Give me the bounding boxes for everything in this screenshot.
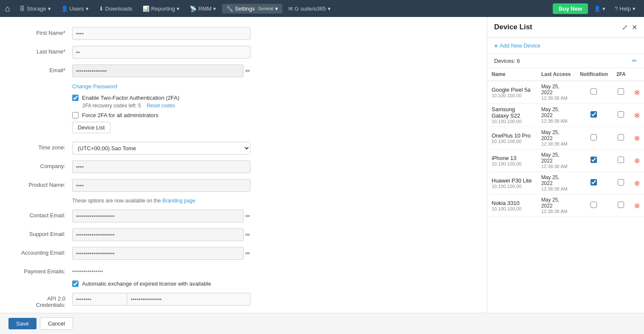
device-list-panel: Device List ⤢ ✕ + Add New Device Devices…	[487, 17, 644, 334]
add-new-device-link[interactable]: + Add New Device	[494, 42, 540, 49]
device-time: 12:38:38 AM	[541, 95, 571, 101]
device-date: May 25, 2022	[541, 107, 571, 118]
remove-device-button[interactable]: ⊗	[634, 157, 640, 164]
last-name-input[interactable]	[72, 46, 250, 59]
notification-checkbox[interactable]	[591, 202, 597, 208]
email-input[interactable]	[72, 65, 244, 77]
chevron-down-icon: ▾	[633, 6, 636, 12]
device-ip: 10.100.100.00	[492, 139, 533, 144]
nav-gsuite[interactable]: ✉ G suite/o365 ▾	[284, 4, 335, 14]
auto-exchange-label[interactable]: Automatic exchange of expired license wi…	[72, 281, 470, 287]
auto-exchange-row: Automatic exchange of expired license wi…	[72, 281, 470, 287]
device-access-cell: May 25, 2022 12:38:38 AM	[537, 104, 576, 127]
twofa-checkbox[interactable]	[618, 134, 624, 140]
accounting-email-label: Accounting Email:	[17, 247, 72, 256]
contact-email-input[interactable]	[72, 210, 244, 222]
remove-device-button[interactable]: ⊗	[634, 202, 640, 209]
notification-checkbox[interactable]	[591, 88, 597, 95]
device-name-cell: Nokia 3310 10.100.100.00	[487, 194, 537, 217]
force-2fa-checkbox[interactable]	[72, 112, 79, 118]
buy-new-button[interactable]: Buy New	[553, 3, 588, 14]
email-icon: ✉	[288, 6, 293, 12]
remove-device-button[interactable]: ⊗	[634, 89, 640, 96]
support-email-label: Support Email:	[17, 228, 72, 237]
main-container: First Name* Last Name* Email* ✏ Change P…	[0, 17, 644, 334]
product-name-row: Product Name:	[17, 179, 470, 192]
twofa-checkbox[interactable]	[618, 179, 624, 185]
two-factor-label[interactable]: Enable Two-Factor Authentication (2FA)	[72, 95, 470, 101]
api-credentials-row: API 2.0 Credentials:	[17, 293, 470, 308]
api-username-input[interactable]	[72, 293, 127, 306]
device-ip: 10.100.100.00	[492, 93, 533, 98]
cancel-button[interactable]: Cancel	[40, 317, 73, 330]
help-menu[interactable]: ? Help ▾	[611, 4, 639, 14]
storage-icon: 🗄	[20, 6, 25, 12]
first-name-input[interactable]	[72, 27, 250, 40]
company-input[interactable]	[72, 160, 250, 173]
email-edit-icon[interactable]: ✏	[245, 67, 250, 74]
device-name-cell: iPhone 13 10.100.100.00	[487, 149, 537, 172]
product-name-input[interactable]	[72, 179, 250, 192]
device-name: Nokia 3310	[492, 200, 533, 206]
support-email-input[interactable]	[72, 228, 244, 241]
change-password-link[interactable]: Change Password	[72, 83, 470, 90]
devices-edit-icon[interactable]: ✏	[632, 57, 637, 64]
account-icon: 👤	[594, 6, 601, 12]
notification-checkbox[interactable]	[591, 134, 597, 140]
nav-settings[interactable]: 🔧 Settings General ▾	[222, 4, 282, 14]
device-list-title: Device List	[494, 23, 532, 31]
remove-device-button[interactable]: ⊗	[634, 135, 640, 142]
panel-header: Device List ⤢ ✕	[487, 17, 644, 38]
col-2fa: 2FA	[612, 68, 630, 81]
nav-users[interactable]: 👤 Users ▾	[57, 4, 93, 14]
close-icon[interactable]: ✕	[632, 23, 637, 31]
remove-device-button[interactable]: ⊗	[634, 180, 640, 187]
save-button[interactable]: Save	[8, 318, 37, 329]
notification-checkbox[interactable]	[591, 179, 597, 185]
nav-rmm[interactable]: 📡 RMM ▾	[186, 4, 220, 14]
notification-checkbox[interactable]	[591, 157, 597, 163]
accounting-email-edit-icon[interactable]: ✏	[245, 250, 250, 257]
auto-exchange-checkbox[interactable]	[72, 281, 79, 287]
table-row: iPhone 13 10.100.100.00 May 25, 2022 12:…	[487, 149, 644, 172]
device-time: 12:38:38 AM	[541, 209, 571, 214]
two-factor-checkbox[interactable]	[72, 95, 79, 101]
api-password-input[interactable]	[127, 293, 250, 306]
contact-email-edit-icon[interactable]: ✏	[245, 213, 250, 219]
accounting-email-input[interactable]	[72, 247, 244, 260]
twofa-checkbox[interactable]	[618, 111, 624, 118]
expand-icon[interactable]: ⤢	[622, 23, 627, 31]
nav-storage[interactable]: 🗄 Storage ▾	[15, 4, 55, 14]
account-menu[interactable]: 👤 ▾	[591, 4, 609, 14]
twofa-checkbox[interactable]	[618, 202, 624, 208]
force-2fa-label[interactable]: Force 2FA for all administrators	[72, 112, 470, 118]
device-date: May 25, 2022	[541, 129, 571, 141]
device-table: Name Last Access Notification 2FA Google…	[487, 68, 644, 217]
reset-codes-link[interactable]: Reset codes	[146, 103, 175, 109]
twofa-checkbox[interactable]	[618, 157, 624, 163]
device-date: May 25, 2022	[541, 197, 571, 209]
device-remove-cell: ⊗	[630, 172, 644, 194]
payment-emails-label: Payment Emails:	[17, 266, 72, 275]
device-ip: 10.100.100.00	[492, 206, 533, 211]
timezone-select[interactable]: (UTC+00:00) Sao Tome	[72, 142, 250, 154]
payment-emails-row: Payment Emails: ••••••••••••••••	[17, 266, 470, 275]
branding-page-link[interactable]: Branding page	[162, 198, 195, 204]
notification-checkbox[interactable]	[591, 111, 597, 118]
device-list-button[interactable]: Device List	[72, 122, 110, 133]
chart-icon: 📊	[143, 6, 149, 12]
nav-reporting[interactable]: 📊 Reporting ▾	[138, 4, 184, 14]
device-name: Huawei P30 Lite	[492, 177, 533, 184]
twofa-checkbox[interactable]	[618, 88, 624, 95]
users-icon: 👤	[61, 6, 68, 12]
recovery-text-row: 2FA recovery codes left: 5 Reset codes	[82, 103, 470, 109]
devices-count-row: Devices: 6 ✏	[487, 54, 644, 68]
accounting-email-wrapper: ✏	[72, 247, 250, 260]
chevron-down-icon: ▾	[177, 6, 180, 12]
device-date: May 25, 2022	[541, 84, 571, 95]
contact-email-label: Contact Email:	[17, 210, 72, 219]
support-email-edit-icon[interactable]: ✏	[245, 231, 250, 238]
nav-downloads[interactable]: ⬇ Downloads	[95, 4, 137, 14]
home-icon[interactable]: ⌂	[5, 4, 10, 14]
remove-device-button[interactable]: ⊗	[634, 112, 640, 119]
